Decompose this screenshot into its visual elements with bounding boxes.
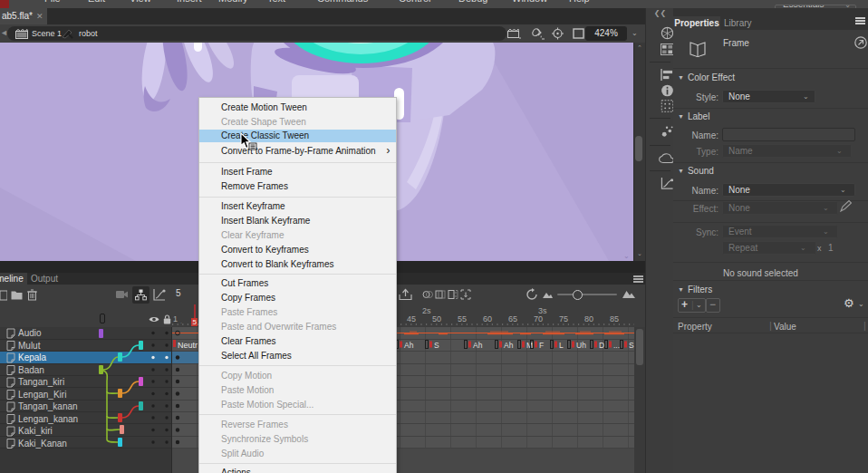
svg-text:Ah: Ah <box>404 341 414 350</box>
svg-text:F: F <box>539 341 544 350</box>
svg-text:Badan: Badan <box>18 365 44 375</box>
svg-text:Audio: Audio <box>18 328 42 338</box>
svg-text:Kaki_Kanan: Kaki_Kanan <box>18 439 67 449</box>
svg-text:Mulut: Mulut <box>18 341 41 351</box>
svg-text:D: D <box>599 341 604 350</box>
svg-text:Lengan_Kiri: Lengan_Kiri <box>18 390 66 400</box>
svg-text:Lengan_kanan: Lengan_kanan <box>18 414 78 424</box>
svg-text:Tangan_kiri: Tangan_kiri <box>18 377 64 387</box>
svg-text:Kaki_kiri: Kaki_kiri <box>18 426 53 436</box>
svg-text:⌄: ⌄ <box>623 252 630 260</box>
svg-text:Ah: Ah <box>504 341 514 350</box>
svg-text:Neutr: Neutr <box>178 341 198 350</box>
svg-text:L: L <box>559 341 564 350</box>
svg-text:Tangan_kanan: Tangan_kanan <box>18 401 78 411</box>
svg-text:Ah: Ah <box>473 341 483 350</box>
svg-text:S: S <box>629 341 634 350</box>
svg-text:Kepala: Kepala <box>18 352 47 362</box>
svg-text:S: S <box>434 341 439 350</box>
svg-text:Uh: Uh <box>576 341 586 350</box>
svg-text:...: ... <box>613 341 620 350</box>
